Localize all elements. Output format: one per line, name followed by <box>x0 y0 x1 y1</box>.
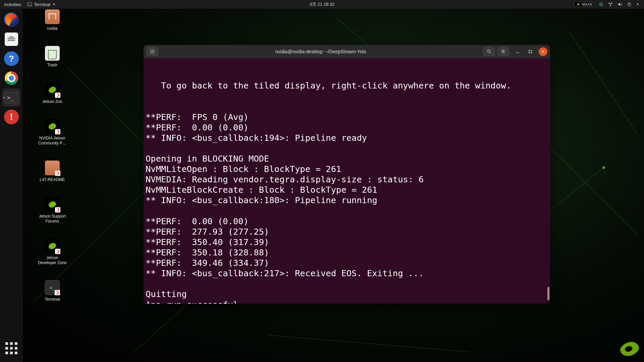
desktop-icon[interactable]: Jetson Developer Zone <box>32 239 72 265</box>
terminal-window: nvidia@nvidia-desktop: ~/DeepStream-Yolo… <box>144 45 550 304</box>
gnome-topbar: Activities Terminal ▼ 3月 21 16:32 MAXN <box>0 0 644 9</box>
desktop-icon[interactable]: Jetson Support Forums <box>32 197 72 224</box>
svg-rect-24 <box>8 40 15 41</box>
desktop-icon-label: Jetson Zoo <box>32 99 72 104</box>
nvidia-icon <box>576 2 580 6</box>
chromium-icon <box>5 71 18 85</box>
terminal-line: Quitting <box>146 289 548 299</box>
chevron-down-icon: ▼ <box>52 3 55 6</box>
dock-terminal[interactable]: >_ <box>2 88 20 107</box>
help-icon: ? <box>4 51 19 66</box>
terminal-icon <box>27 2 32 7</box>
terminal-line <box>146 91 548 101</box>
desktop-icon[interactable]: L4T-README <box>32 161 72 182</box>
minimize-button[interactable] <box>513 47 522 56</box>
terminal-line: NvMMLiteOpen : Block : BlockType = 261 <box>146 164 548 174</box>
svg-point-29 <box>488 50 490 52</box>
hamburger-icon <box>501 49 505 55</box>
terminal-line <box>146 143 548 154</box>
shortcut-badge-icon <box>55 129 60 134</box>
folder-link-icon <box>45 161 60 175</box>
shortcut-badge-icon <box>55 207 60 213</box>
nvlogo-link-icon <box>45 119 60 134</box>
desktop-icon[interactable]: >_Terminal <box>32 280 72 302</box>
search-button[interactable] <box>483 47 495 57</box>
search-icon <box>487 49 491 55</box>
shortcut-badge-icon <box>55 171 60 176</box>
desktop-icon-label: L4T-README <box>32 177 72 182</box>
svg-line-8 <box>570 34 637 134</box>
volume-icon[interactable] <box>618 2 622 7</box>
nvlogo-link-icon <box>45 239 60 253</box>
svg-rect-16 <box>28 3 32 6</box>
terminal-line: App run successful <box>146 300 548 304</box>
alert-icon: ! <box>4 110 19 124</box>
nvidia-watermark <box>618 340 641 359</box>
terminal-line <box>146 101 548 112</box>
terminal-line: ** INFO: <bus_callback:180>: Pipeline ru… <box>146 195 548 205</box>
terminal-line: ** INFO: <bus_callback:194>: Pipeline re… <box>146 133 548 143</box>
activities-button[interactable]: Activities <box>4 2 21 7</box>
nvlogo-link-icon <box>45 82 60 97</box>
terminal-titlebar[interactable]: nvidia@nvidia-desktop: ~/DeepStream-Yolo <box>144 45 550 58</box>
svg-line-7 <box>268 335 470 352</box>
terminal-line: To go back to the tiled display, right-c… <box>146 80 548 91</box>
clock[interactable]: 3月 21 16:32 <box>310 1 334 7</box>
maximize-button[interactable] <box>526 47 535 56</box>
menu-button[interactable] <box>497 47 509 57</box>
dock-apport[interactable]: ! <box>2 108 20 126</box>
desktop-icon[interactable]: Jetson Zoo <box>32 82 72 104</box>
terminal-line: **PERF: 350.40 (317.39) <box>146 237 548 247</box>
desktop-icon[interactable]: nvidia <box>32 9 72 31</box>
terminal-line: **PERF: 349.46 (334.37) <box>146 258 548 268</box>
terminal-line: NvMMLiteBlockCreate : Block : BlockType … <box>146 185 548 195</box>
power-mode-indicator[interactable]: MAXN <box>575 2 594 7</box>
close-button[interactable] <box>539 47 547 56</box>
svg-rect-25 <box>10 36 13 37</box>
shortcut-badge-icon <box>55 93 60 98</box>
nvlogo-link-icon <box>45 197 60 212</box>
new-tab-button[interactable] <box>146 47 158 57</box>
terminal-line: **PERF: 277.93 (277.25) <box>146 227 548 237</box>
desktop-icon-label: nvidia <box>32 26 72 31</box>
globe-icon[interactable] <box>599 2 603 7</box>
desktop-icon-label: Jetson Support Forums <box>32 214 72 224</box>
svg-rect-23 <box>8 38 15 39</box>
terminal-title: nvidia@nvidia-desktop: ~/DeepStream-Yolo <box>160 49 481 54</box>
terminal-line: **PERF: 350.18 (328.88) <box>146 247 548 258</box>
svg-rect-35 <box>529 50 532 53</box>
terminal-line <box>146 206 548 216</box>
shortcut-badge-icon <box>55 290 60 295</box>
desktop-icon[interactable]: Trash <box>32 46 72 68</box>
power-icon[interactable] <box>627 2 632 7</box>
files-icon <box>5 33 18 46</box>
app-menu[interactable]: Terminal ▼ <box>27 2 55 7</box>
terminal-line <box>146 279 548 289</box>
terminal-line: **PERF: FPS 0 (Avg) <box>146 112 548 122</box>
desktop-icon[interactable]: NVIDIA Jetson Community P… <box>32 119 72 146</box>
dock-files[interactable] <box>2 30 20 48</box>
desktop: nvidiaTrashJetson ZooNVIDIA Jetson Commu… <box>32 9 72 317</box>
terminal-line: **PERF: 0.00 (0.00) <box>146 122 548 133</box>
terminal-line: NVMEDIA: Reading vendor.tegra.display-si… <box>146 174 548 185</box>
svg-point-14 <box>602 166 605 169</box>
app-menu-label: Terminal <box>34 2 50 7</box>
desktop-icon-label: NVIDIA Jetson Community P… <box>32 136 72 146</box>
dock-help[interactable]: ? <box>2 50 20 68</box>
trash-icon <box>45 46 60 61</box>
terminal-line: Opening in BLOCKING MODE <box>146 154 548 164</box>
terminal-link-icon: >_ <box>45 280 60 295</box>
terminal-body[interactable]: To go back to the tiled display, right-c… <box>144 58 550 304</box>
dock-firefox[interactable] <box>2 11 20 29</box>
chevron-down-icon[interactable]: ▼ <box>636 3 639 6</box>
scrollbar-thumb[interactable] <box>547 287 549 300</box>
shortcut-badge-icon <box>55 249 60 254</box>
desktop-icon-label: Jetson Developer Zone <box>32 255 72 265</box>
terminal-line: **PERF: 0.00 (0.00) <box>146 216 548 227</box>
desktop-icon-label: Terminal <box>32 297 72 302</box>
dock-chromium[interactable] <box>2 69 20 87</box>
show-applications-button[interactable] <box>2 339 20 357</box>
network-icon[interactable] <box>608 2 613 7</box>
desktop-icon-label: Trash <box>32 63 72 68</box>
terminal-line: ** INFO: <bus_callback:217>: Received EO… <box>146 268 548 279</box>
